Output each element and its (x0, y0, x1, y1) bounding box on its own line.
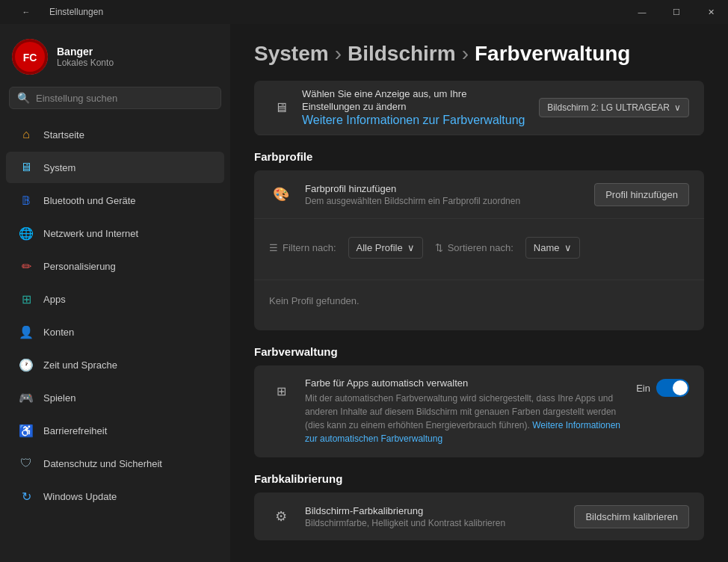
calibrate-action: Bildschirm kalibrieren (574, 505, 689, 528)
calibrate-button[interactable]: Bildschirm kalibrieren (574, 505, 689, 528)
help-row[interactable]: ❓ Hilfe anfordern (230, 555, 728, 562)
farbprofile-card: 🎨 Farbprofil hinzufügen Dem ausgewählten… (254, 170, 704, 330)
sidebar-item-system[interactable]: 🖥 System (6, 152, 224, 183)
accessibility-icon: ♿ (18, 422, 34, 439)
sidebar-item-apps[interactable]: ⊞ Apps (6, 283, 224, 315)
chevron-down-icon: ∨ (674, 102, 681, 113)
auto-color-desc: Mit der automatischen Farbverwaltung wir… (305, 392, 624, 445)
farbkalibrierung-card: ⚙ Bildschirm-Farbkalibrierung Bildschirm… (254, 492, 704, 540)
breadcrumb-current: Farbverwaltung (475, 42, 630, 66)
sidebar-item-label: System (43, 162, 75, 173)
add-profile-text: Farbprofil hinzufügen Dem ausgewählten B… (305, 183, 582, 206)
auto-color-icon: ⊞ (269, 379, 293, 403)
sidebar-item-bluetooth[interactable]: 𝔹 Bluetooth und Geräte (6, 185, 224, 216)
farbverwaltung-card: ⊞ Farbe für Apps automatisch verwalten M… (254, 365, 704, 457)
privacy-icon: 🛡 (18, 455, 34, 472)
toggle-thumb (673, 380, 688, 395)
display-bar-text: Wählen Sie eine Anzeige aus, um Ihre Ein… (302, 88, 530, 127)
bluetooth-icon: 𝔹 (18, 192, 34, 209)
sidebar-item-time[interactable]: 🕐 Zeit und Sprache (6, 349, 224, 380)
sort-value: Name (534, 242, 560, 253)
sidebar-item-label: Netzwerk und Internet (43, 228, 138, 239)
farbkalibrierung-title: Farbkalibrierung (254, 472, 704, 485)
accounts-icon: 👤 (18, 324, 34, 340)
filter-controls: ☰ Filtern nach: Alle Profile ∨ ⇅ Sortier… (269, 231, 689, 268)
breadcrumb-sep2: › (462, 42, 469, 66)
sidebar-item-network[interactable]: 🌐 Netzwerk und Internet (6, 217, 224, 249)
breadcrumb-display[interactable]: Bildschirm (348, 42, 456, 66)
sidebar-item-label: Personalisierung (43, 261, 116, 272)
filter-value: Alle Profile (357, 242, 403, 253)
display-icon: 🖥 (269, 96, 293, 120)
update-icon: ↻ (18, 488, 34, 504)
sort-icon: ⇅ (435, 242, 443, 253)
add-profile-row: 🎨 Farbprofil hinzufügen Dem ausgewählten… (254, 170, 704, 219)
maximize-button[interactable]: ☐ (659, 0, 694, 24)
display-bar: 🖥 Wählen Sie eine Anzeige aus, um Ihre E… (254, 81, 704, 135)
auto-color-row: ⊞ Farbe für Apps automatisch verwalten M… (254, 365, 704, 457)
farbprofile-section: Farbprofile 🎨 Farbprofil hinzufügen Dem … (230, 150, 728, 345)
apps-icon: ⊞ (18, 291, 34, 307)
farbprofile-title: Farbprofile (254, 150, 704, 163)
minimize-button[interactable]: — (625, 0, 659, 24)
avatar: FC (12, 39, 48, 75)
breadcrumb: System › Bildschirm › Farbverwaltung (254, 42, 704, 66)
sidebar-item-accessibility[interactable]: ♿ Barrierefreiheit (6, 415, 224, 446)
add-profile-title: Farbprofil hinzufügen (305, 183, 582, 194)
filter-row: ☰ Filtern nach: Alle Profile ∨ ⇅ Sortier… (254, 219, 704, 280)
close-button[interactable]: ✕ (694, 0, 728, 24)
sidebar-item-privacy[interactable]: 🛡 Datenschutz und Sicherheit (6, 448, 224, 479)
display-selector-section: 🖥 Wählen Sie eine Anzeige aus, um Ihre E… (230, 81, 728, 150)
back-button[interactable]: ← (9, 0, 43, 24)
sidebar-item-accounts[interactable]: 👤 Konten (6, 316, 224, 348)
sidebar-item-label: Bluetooth und Geräte (43, 195, 136, 206)
content-area: System › Bildschirm › Farbverwaltung 🖥 W… (230, 24, 728, 562)
auto-color-title: Farbe für Apps automatisch verwalten (305, 377, 624, 389)
sort-chevron-icon: ∨ (564, 242, 572, 253)
username: Banger (57, 46, 114, 58)
user-profile: FC Banger Lokales Konto (0, 33, 230, 87)
display-info-link[interactable]: Weitere Informationen zur Farbverwaltung (302, 114, 525, 126)
filter-label-text: Filtern nach: (283, 242, 336, 253)
sidebar-item-label: Konten (43, 327, 74, 338)
sidebar-item-label: Windows Update (43, 491, 117, 502)
home-icon: ⌂ (18, 126, 34, 143)
sidebar-item-startseite[interactable]: ⌂ Startseite (6, 119, 224, 150)
calibrate-row: ⚙ Bildschirm-Farbkalibrierung Bildschirm… (254, 492, 704, 540)
no-profile-row: Kein Profil gefunden. (254, 280, 704, 330)
sort-select[interactable]: Name ∨ (525, 237, 580, 259)
sidebar-item-update[interactable]: ↻ Windows Update (6, 481, 224, 512)
breadcrumb-system[interactable]: System (254, 42, 329, 66)
time-icon: 🕐 (18, 356, 34, 373)
search-bar[interactable]: 🔍 (9, 87, 221, 109)
filter-select[interactable]: Alle Profile ∨ (348, 237, 423, 259)
search-input[interactable] (36, 93, 213, 104)
add-profile-button[interactable]: Profil hinzufügen (594, 183, 689, 206)
app-body: FC Banger Lokales Konto 🔍 ⌂ Startseite 🖥… (0, 24, 728, 562)
svg-text:FC: FC (23, 52, 37, 64)
sidebar: FC Banger Lokales Konto 🔍 ⌂ Startseite 🖥… (0, 24, 230, 562)
filter-chevron-icon: ∨ (407, 242, 415, 253)
farbverwaltung-title: Farbverwaltung (254, 345, 704, 358)
sidebar-item-personalize[interactable]: ✏ Personalisierung (6, 250, 224, 282)
calibrate-text: Bildschirm-Farbkalibrierung Bildschirmfa… (305, 505, 562, 528)
calibrate-icon: ⚙ (269, 504, 293, 528)
sidebar-item-label: Zeit und Sprache (43, 359, 117, 371)
auto-color-toggle[interactable] (656, 379, 689, 397)
search-icon: 🔍 (17, 92, 30, 104)
sidebar-item-gaming[interactable]: 🎮 Spielen (6, 382, 224, 413)
titlebar: ← Einstellungen — ☐ ✕ (0, 0, 728, 24)
no-profile-text: Kein Profil gefunden. (269, 292, 360, 318)
filter-icon: ☰ Filtern nach: (269, 242, 336, 253)
sort-label-text: Sortieren nach: (448, 242, 513, 253)
account-type: Lokales Konto (57, 58, 114, 68)
sidebar-item-label: Apps (43, 294, 66, 305)
gaming-icon: 🎮 (18, 389, 34, 406)
add-profile-action: Profil hinzufügen (594, 183, 689, 206)
farbkalibrierung-section: Farbkalibrierung ⚙ Bildschirm-Farbkalibr… (230, 472, 728, 555)
display-selector-button[interactable]: Bildschirm 2: LG ULTRAGEAR ∨ (539, 98, 689, 117)
farbverwaltung-section: Farbverwaltung ⊞ Farbe für Apps automati… (230, 345, 728, 472)
sidebar-nav: ⌂ Startseite 🖥 System 𝔹 Bluetooth und Ge… (0, 118, 230, 513)
display-selector-card: 🖥 Wählen Sie eine Anzeige aus, um Ihre E… (254, 81, 704, 135)
display-selector-value: Bildschirm 2: LG ULTRAGEAR (547, 102, 670, 113)
